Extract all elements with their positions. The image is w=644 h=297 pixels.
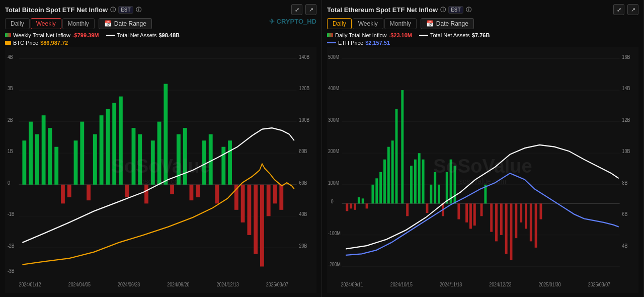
svg-text:2024/11/18: 2024/11/18 — [440, 281, 462, 287]
svg-rect-96 — [362, 198, 364, 203]
svg-rect-38 — [125, 185, 129, 197]
svg-text:-2B: -2B — [8, 243, 15, 249]
btc-watermark-logo: ✈ CRYPTO_HD — [269, 18, 316, 25]
svg-rect-125 — [490, 203, 493, 232]
svg-rect-108 — [414, 160, 417, 204]
svg-rect-113 — [434, 172, 436, 204]
eth-price-legend: ETH Price $2,157.51 — [327, 40, 390, 46]
btc-tab-weekly[interactable]: Weekly — [31, 18, 61, 29]
eth-info-icon[interactable]: ⓘ — [440, 6, 446, 14]
btc-date-range-button[interactable]: 📅 Date Range — [99, 18, 152, 29]
btc-calendar-icon: 📅 — [104, 20, 112, 27]
svg-text:2024/12/13: 2024/12/13 — [217, 281, 239, 287]
svg-rect-41 — [144, 185, 148, 204]
btc-tab-group: Daily Weekly Monthly — [5, 18, 95, 29]
eth-date-range-button[interactable]: 📅 Date Range — [421, 18, 474, 29]
btc-title-text: Total Bitcoin Spot ETF Net Inflow — [5, 6, 108, 14]
btc-net-assets-legend: Total Net Assets $98.48B — [106, 32, 180, 38]
svg-text:2025/01/30: 2025/01/30 — [539, 281, 561, 287]
eth-chart-svg: 500M 400M 300M 200M 100M 0 -100M -200M 1… — [327, 47, 638, 293]
eth-price-color — [327, 42, 336, 43]
btc-net-inflow-value: -$799.39M — [72, 32, 99, 38]
svg-text:2024/09/11: 2024/09/11 — [341, 281, 364, 287]
btc-price-legend: BTC Price $86,987.72 — [5, 40, 68, 46]
svg-rect-52 — [215, 185, 219, 204]
btc-chart-svg: 4B 3B 2B 1B 0 -1B -2B -3B 140B 120B 100B… — [5, 47, 316, 293]
svg-rect-101 — [383, 160, 386, 204]
svg-rect-60 — [267, 185, 271, 216]
svg-rect-51 — [209, 134, 213, 185]
btc-date-range-label: Date Range — [114, 20, 146, 27]
btc-share-button[interactable]: ↗ — [305, 4, 316, 15]
svg-text:40B: 40B — [299, 211, 307, 217]
btc-net-inflow-legend: Weekly Total Net Inflow -$799.39M — [5, 32, 99, 38]
svg-rect-39 — [132, 128, 136, 185]
eth-net-inflow-label: Daily Total Net Inflow — [335, 32, 387, 38]
svg-rect-32 — [87, 185, 91, 200]
btc-tab-daily[interactable]: Daily — [5, 18, 30, 29]
svg-rect-57 — [247, 185, 251, 235]
svg-rect-44 — [164, 84, 168, 185]
svg-rect-118 — [454, 166, 456, 203]
eth-tab-daily[interactable]: Daily — [327, 18, 352, 29]
svg-text:2024/10/15: 2024/10/15 — [390, 281, 413, 287]
svg-text:120B: 120B — [299, 85, 310, 91]
svg-rect-25 — [42, 115, 46, 185]
btc-panel-title: Total Bitcoin Spot ETF Net Inflow ⓘ EST … — [5, 6, 141, 14]
svg-rect-61 — [273, 185, 277, 204]
eth-tab-group: Daily Weekly Monthly — [327, 18, 417, 29]
svg-text:14B: 14B — [622, 85, 630, 91]
svg-rect-59 — [260, 185, 264, 267]
btc-legend-row2: BTC Price $86,987.72 — [5, 40, 316, 46]
btc-tab-monthly[interactable]: Monthly — [62, 18, 95, 29]
btc-net-assets-dash — [106, 35, 115, 36]
eth-tab-weekly[interactable]: Weekly — [353, 18, 383, 29]
svg-rect-27 — [54, 147, 58, 185]
btc-info-icon[interactable]: ⓘ — [110, 6, 116, 14]
svg-rect-26 — [48, 128, 52, 185]
svg-text:-3B: -3B — [8, 268, 15, 274]
svg-rect-34 — [100, 115, 104, 185]
eth-est-info-icon[interactable]: ⓘ — [466, 6, 471, 14]
svg-text:3B: 3B — [8, 85, 13, 91]
btc-net-assets-value: $98.48B — [158, 32, 180, 38]
svg-rect-50 — [202, 140, 206, 185]
svg-rect-33 — [93, 134, 97, 185]
eth-panel: Total Ethereum Spot ETF Net Inflow ⓘ EST… — [322, 0, 644, 297]
eth-expand-button[interactable]: ⤢ — [613, 4, 624, 15]
eth-panel-title: Total Ethereum Spot ETF Net Inflow ⓘ EST… — [327, 6, 471, 14]
btc-panel-icons: ⤢ ↗ — [291, 4, 316, 15]
svg-rect-23 — [29, 122, 33, 185]
eth-est-badge: EST — [448, 6, 463, 14]
svg-rect-40 — [138, 134, 142, 185]
svg-text:-1B: -1B — [8, 211, 15, 217]
svg-rect-102 — [387, 147, 390, 204]
svg-rect-135 — [539, 203, 542, 219]
svg-text:100B: 100B — [299, 117, 310, 123]
eth-panel-icons: ⤢ ↗ — [613, 4, 638, 15]
svg-text:60B: 60B — [299, 180, 307, 186]
svg-rect-134 — [535, 203, 537, 248]
svg-rect-100 — [379, 172, 382, 204]
eth-calendar-icon: 📅 — [426, 20, 434, 27]
eth-share-button[interactable]: ↗ — [627, 4, 638, 15]
svg-text:80B: 80B — [299, 148, 307, 154]
btc-price-value: $86,987.72 — [40, 40, 68, 46]
btc-net-inflow-color — [5, 33, 11, 37]
svg-text:16B: 16B — [622, 54, 630, 60]
eth-tab-monthly[interactable]: Monthly — [384, 18, 417, 29]
svg-rect-128 — [505, 203, 508, 254]
svg-text:200M: 200M — [328, 148, 339, 154]
svg-rect-45 — [170, 185, 174, 194]
eth-date-range-label: Date Range — [436, 20, 468, 27]
svg-text:500M: 500M — [328, 54, 339, 60]
svg-rect-56 — [241, 185, 245, 222]
svg-text:2024/01/12: 2024/01/12 — [19, 281, 42, 287]
svg-text:140B: 140B — [299, 54, 310, 60]
svg-text:0: 0 — [331, 198, 334, 204]
btc-expand-button[interactable]: ⤢ — [291, 4, 302, 15]
svg-rect-95 — [358, 197, 360, 204]
btc-est-info-icon[interactable]: ⓘ — [136, 6, 141, 14]
btc-price-color — [5, 41, 11, 45]
svg-rect-116 — [446, 172, 448, 204]
